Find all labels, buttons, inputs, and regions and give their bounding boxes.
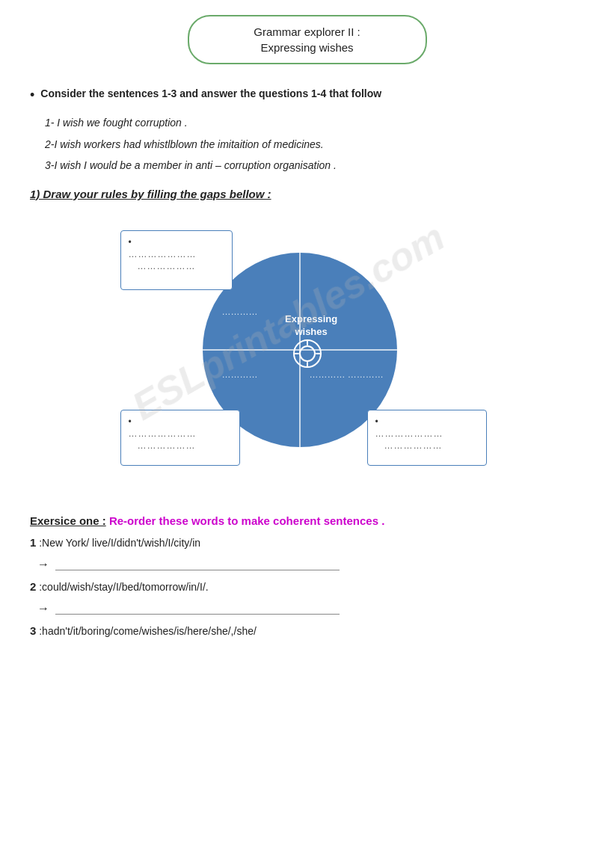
arrow-icon-2: →	[37, 602, 49, 615]
item-1-num: 1	[30, 536, 36, 549]
box-bullet-icon-3: •	[375, 416, 378, 427]
exercise-instruction: Re-order these words to make coherent se…	[109, 514, 384, 527]
exercise-item-1: 1 :New York/ live/I/didn't/wish/I/city/i…	[30, 536, 584, 549]
sentence-1: 1- I wish we fought corruption .	[45, 114, 584, 131]
answer-line-1[interactable]	[55, 558, 340, 570]
box-bottom-left-line1: …………………	[129, 428, 232, 439]
diagram-box-top-left: • ………………… ………………	[120, 230, 233, 290]
draw-rules-label: 1) Draw your rules by filling the gaps b…	[30, 188, 584, 200]
arrow-line-2: →	[37, 602, 584, 615]
arrow-line-1: →	[37, 558, 584, 571]
sentence-3: 3-I wish I would be a member in anti – c…	[45, 157, 584, 173]
box-bullet-icon-2: •	[129, 416, 132, 427]
diagram-box-bottom-right: • ………………… ………………	[367, 410, 487, 466]
diagram-box-bottom-left: • ………………… ………………	[120, 410, 240, 466]
box-bottom-left-line2: ………………	[138, 440, 232, 451]
exercise-item-2: 2 :could/wish/stay/I/bed/tomorrow/in/I/.	[30, 580, 584, 593]
main-instruction: • Consider the sentences 1-3 and answer …	[30, 87, 584, 104]
exercise-item-3: 3 :hadn't/it/boring/come/wishes/is/here/…	[30, 624, 584, 637]
exercise-items-list: 1 :New York/ live/I/didn't/wish/I/city/i…	[30, 536, 584, 637]
circle-label: Expressing wishes	[268, 313, 354, 339]
bullet-icon: •	[30, 87, 34, 104]
center-icon	[292, 339, 322, 369]
sentence-2: 2-I wish workers had whistlblown the imi…	[45, 136, 584, 153]
arrow-icon-1: →	[37, 558, 49, 571]
box-top-left-line2: ………………	[138, 261, 224, 271]
svg-point-1	[300, 346, 315, 361]
circle-dots-bottomleft: …………	[222, 369, 258, 380]
box-top-left-line1: …………………	[129, 249, 224, 259]
title-line2: Expressing wishes	[204, 41, 411, 54]
item-3-num: 3	[30, 624, 36, 637]
box-bottom-right-line2: ………………	[384, 440, 479, 451]
item-2-num: 2	[30, 580, 36, 593]
circle-dots-bottomright: ………… …………	[310, 369, 384, 380]
title-box: Grammar explorer II : Expressing wishes	[188, 15, 427, 64]
sentences-list: 1- I wish we fought corruption . 2-I wis…	[30, 114, 584, 173]
exercise-header: Exersice one : Re-order these words to m…	[30, 514, 584, 527]
item-1-text: :New York/ live/I/didn't/wish/I/city/in	[39, 537, 200, 549]
exercise-title: Exersice one :	[30, 514, 106, 527]
instruction-text: Consider the sentences 1-3 and answer th…	[40, 87, 381, 102]
box-bullet-icon: •	[129, 237, 132, 247]
diagram-area: • ………………… ……………… Expressing wishes ………… …	[120, 215, 494, 492]
title-line1: Grammar explorer II :	[204, 25, 411, 38]
item-2-text: :could/wish/stay/I/bed/tomorrow/in/I/.	[39, 581, 208, 593]
box-bottom-right-line1: …………………	[375, 428, 479, 439]
answer-line-2[interactable]	[55, 603, 340, 615]
circle-dots-topleft: …………	[222, 307, 258, 317]
item-3-text: :hadn't/it/boring/come/wishes/is/here/sh…	[39, 625, 257, 637]
